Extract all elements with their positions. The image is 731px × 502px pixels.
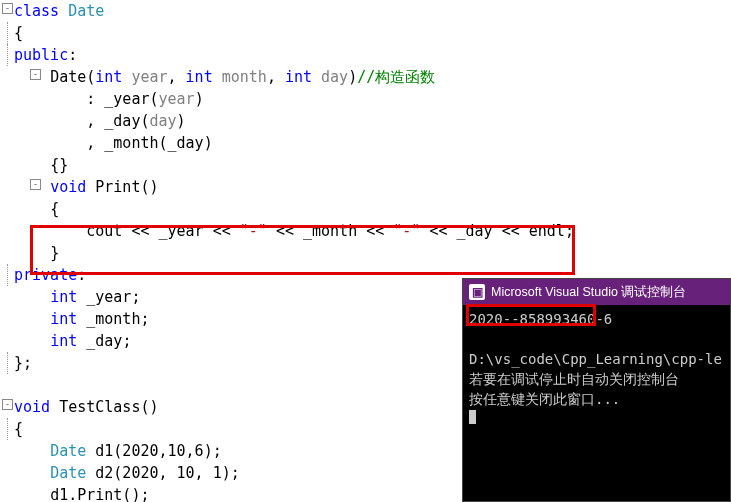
comment: //构造函数 <box>357 68 435 86</box>
vs-icon: ▣ <box>469 284 485 300</box>
console-title: Microsoft Visual Studio 调试控制台 <box>491 282 686 302</box>
cursor-icon <box>469 410 476 424</box>
call-print: d1.Print() <box>50 486 140 502</box>
ctor-name: Date <box>50 68 86 86</box>
fold-icon[interactable]: - <box>2 3 13 14</box>
brace: { <box>14 24 23 42</box>
highlight-box-output <box>466 304 596 326</box>
fold-icon[interactable]: - <box>2 399 13 410</box>
console-path: D:\vs_code\Cpp_Learning\cpp-le <box>469 351 722 367</box>
fold-icon[interactable]: - <box>30 179 41 190</box>
console-hint: 若要在调试停止时自动关闭控制台 <box>469 371 679 387</box>
class-name: Date <box>68 2 104 20</box>
keyword-public: public <box>14 46 68 64</box>
brace-pair: {} <box>50 156 68 174</box>
fold-icon[interactable]: - <box>30 69 41 80</box>
console-hint: 按任意键关闭此窗口... <box>469 391 620 407</box>
highlight-box-code <box>30 225 575 275</box>
fn-testclass: TestClass <box>59 398 140 416</box>
fn-print: Print <box>95 178 140 196</box>
console-titlebar[interactable]: ▣ Microsoft Visual Studio 调试控制台 <box>463 279 730 305</box>
class-end: }; <box>14 354 32 372</box>
keyword-class: class <box>14 2 59 20</box>
